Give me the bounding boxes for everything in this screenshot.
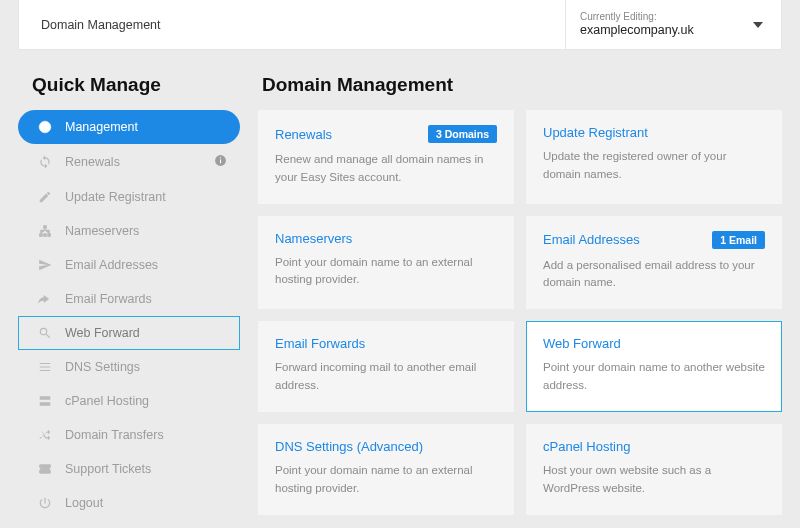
editing-label: Currently Editing: [580, 11, 694, 23]
svg-point-0 [39, 121, 51, 133]
card-header: Update Registrant [543, 125, 765, 140]
card-description: Point your domain name to an external ho… [275, 462, 497, 498]
card-description: Point your domain name to another websit… [543, 359, 765, 395]
refresh-icon [35, 155, 55, 169]
card-dns-settings-advanced[interactable]: DNS Settings (Advanced)Point your domain… [258, 424, 514, 515]
svg-rect-2 [220, 159, 221, 163]
sidebar-item-management[interactable]: Management [18, 110, 240, 144]
card-title[interactable]: DNS Settings (Advanced) [275, 439, 423, 454]
card-header: DNS Settings (Advanced) [275, 439, 497, 454]
sidebar-item-support-tickets[interactable]: Support Tickets [18, 452, 240, 486]
sidebar-item-domain-transfers[interactable]: Domain Transfers [18, 418, 240, 452]
card-header: Email Forwards [275, 336, 497, 351]
page-title-text: Domain Management [41, 18, 161, 32]
domain-switcher-text: Currently Editing: examplecompany.uk [580, 11, 694, 38]
card-description: Renew and manage all domain names in you… [275, 151, 497, 187]
card-title[interactable]: Web Forward [543, 336, 621, 351]
sidebar-item-nameservers[interactable]: Nameservers [18, 214, 240, 248]
sidebar-item-renewals[interactable]: Renewals [18, 144, 240, 180]
sidebar-item-cpanel-hosting[interactable]: cPanel Hosting [18, 384, 240, 418]
card-badge: 1 Email [712, 231, 765, 249]
sidebar-list: ManagementRenewalsUpdate RegistrantNames… [18, 110, 240, 520]
card-title[interactable]: Renewals [275, 127, 332, 142]
info-icon [214, 154, 227, 170]
svg-rect-7 [48, 234, 50, 236]
main: Domain Management Renewals3 DomainsRenew… [258, 68, 782, 515]
svg-rect-5 [40, 234, 42, 236]
search-icon [35, 326, 55, 340]
card-header: Nameservers [275, 231, 497, 246]
card-description: Forward incoming mail to another email a… [275, 359, 497, 395]
card-title[interactable]: Email Addresses [543, 232, 640, 247]
content: Quick Manage ManagementRenewalsUpdate Re… [18, 68, 782, 528]
sidebar-item-email-addresses[interactable]: Email Addresses [18, 248, 240, 282]
sidebar-item-label: Logout [65, 496, 227, 510]
card-cpanel-hosting[interactable]: cPanel HostingHost your own website such… [526, 424, 782, 515]
list-icon [35, 360, 55, 374]
shuffle-icon [35, 428, 55, 442]
share-icon [35, 292, 55, 306]
edit-icon [35, 190, 55, 204]
svg-rect-6 [44, 234, 46, 236]
top-bar: Domain Management Currently Editing: exa… [18, 0, 782, 50]
sidebar-item-logout[interactable]: Logout [18, 486, 240, 520]
card-title[interactable]: Update Registrant [543, 125, 648, 140]
card-renewals[interactable]: Renewals3 DomainsRenew and manage all do… [258, 110, 514, 204]
card-description: Update the registered owner of your doma… [543, 148, 765, 184]
svg-rect-3 [220, 157, 221, 158]
card-web-forward[interactable]: Web ForwardPoint your domain name to ano… [526, 321, 782, 412]
sidebar-item-label: Renewals [65, 155, 214, 169]
card-description: Host your own website such as a WordPres… [543, 462, 765, 498]
sidebar-item-email-forwards[interactable]: Email Forwards [18, 282, 240, 316]
sidebar-title: Quick Manage [18, 68, 240, 110]
sidebar-item-dns-settings[interactable]: DNS Settings [18, 350, 240, 384]
sidebar-item-web-forward[interactable]: Web Forward [18, 316, 240, 350]
chevron-down-icon [753, 22, 763, 28]
sidebar-item-label: Nameservers [65, 224, 227, 238]
card-header: cPanel Hosting [543, 439, 765, 454]
card-header: Web Forward [543, 336, 765, 351]
sidebar-item-label: Email Forwards [65, 292, 227, 306]
sidebar-item-label: Email Addresses [65, 258, 227, 272]
svg-rect-4 [44, 226, 46, 228]
sidebar-item-label: Domain Transfers [65, 428, 227, 442]
card-header: Email Addresses1 Email [543, 231, 765, 249]
card-badge: 3 Domains [428, 125, 497, 143]
card-title[interactable]: Nameservers [275, 231, 352, 246]
sidebar-item-label: DNS Settings [65, 360, 227, 374]
card-update-registrant[interactable]: Update RegistrantUpdate the registered o… [526, 110, 782, 204]
sitemap-icon [35, 224, 55, 238]
ticket-icon [35, 462, 55, 476]
card-email-addresses[interactable]: Email Addresses1 EmailAdd a personalised… [526, 216, 782, 310]
card-email-forwards[interactable]: Email ForwardsForward incoming mail to a… [258, 321, 514, 412]
page-title: Domain Management [19, 0, 565, 49]
card-nameservers[interactable]: NameserversPoint your domain name to an … [258, 216, 514, 310]
card-description: Point your domain name to an external ho… [275, 254, 497, 290]
sidebar-item-label: Support Tickets [65, 462, 227, 476]
sidebar: Quick Manage ManagementRenewalsUpdate Re… [18, 68, 240, 528]
globe-icon [35, 120, 55, 134]
card-grid: Renewals3 DomainsRenew and manage all do… [258, 110, 782, 515]
card-title[interactable]: Email Forwards [275, 336, 365, 351]
sidebar-item-label: Management [65, 120, 227, 134]
card-title[interactable]: cPanel Hosting [543, 439, 630, 454]
card-description: Add a personalised email address to your… [543, 257, 765, 293]
sidebar-item-update-registrant[interactable]: Update Registrant [18, 180, 240, 214]
card-header: Renewals3 Domains [275, 125, 497, 143]
server-icon [35, 394, 55, 408]
editing-value: examplecompany.uk [580, 23, 694, 38]
power-icon [35, 496, 55, 510]
send-icon [35, 258, 55, 272]
domain-switcher[interactable]: Currently Editing: examplecompany.uk [565, 0, 781, 49]
sidebar-item-label: Update Registrant [65, 190, 227, 204]
sidebar-item-label: Web Forward [65, 326, 227, 340]
sidebar-item-label: cPanel Hosting [65, 394, 227, 408]
main-title: Domain Management [258, 68, 782, 110]
